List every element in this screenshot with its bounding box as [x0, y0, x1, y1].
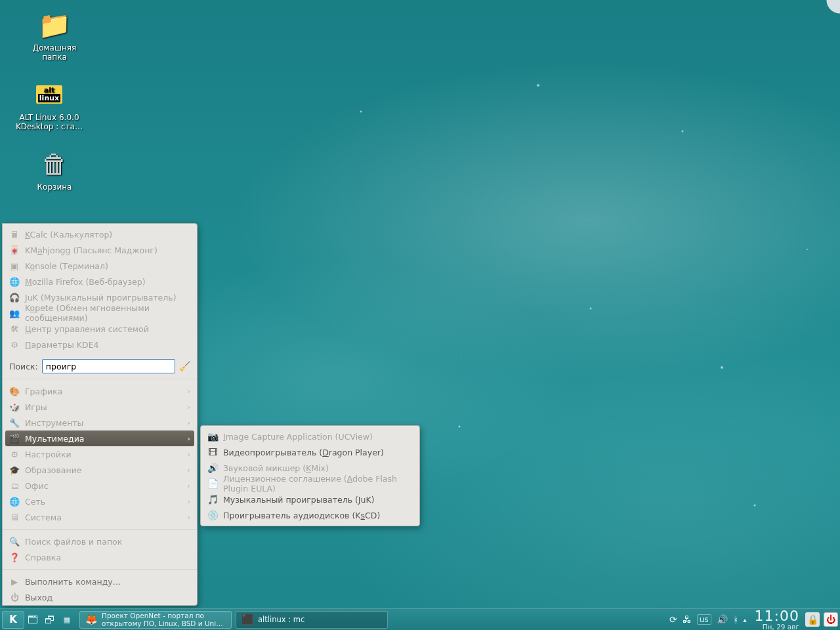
task-app-icon: 🦊	[85, 614, 98, 625]
chevron-right-icon: ›	[188, 482, 190, 490]
submenu-item-label: Звуковой микшер (KMix)	[223, 463, 329, 473]
quicklaunch-pager[interactable]: ▦	[58, 616, 75, 624]
desktop-icon-home-folder[interactable]: 📁Домашняя папка	[18, 9, 91, 62]
menu-item-label: Поиск файлов и папок	[25, 537, 122, 547]
menu-item-label: Mozilla Firefox (Веб-браузер)	[25, 277, 146, 287]
network-icon[interactable]: 🖧	[682, 614, 692, 625]
menu-item-label: Центр управления системой	[25, 324, 149, 334]
app-icon: 🎧	[9, 293, 20, 303]
menu-favorite-item[interactable]: ▣Konsole (Терминал)	[3, 258, 197, 274]
menu-item-label: Мультимедиа	[25, 434, 85, 444]
category-icon: 🗂	[9, 481, 20, 491]
category-icon: 🎬	[9, 434, 20, 444]
menu-category-Офис[interactable]: 🗂Офис›	[3, 478, 197, 494]
action-icon: 🔍	[9, 537, 20, 547]
kickoff-button[interactable]: K	[2, 611, 24, 629]
chevron-right-icon: ›	[188, 403, 190, 411]
menu-category-Графика[interactable]: 🎨Графика›	[3, 383, 197, 399]
category-icon: 🎨	[9, 387, 20, 396]
task-title: Проект OpenNet - портал пооткрытому ПО, …	[102, 612, 223, 627]
taskbar-task[interactable]: ⬛altlinux : mc	[236, 611, 388, 629]
desktop-icon-alt-linux[interactable]: altlinuxALT Linux 6.0.0 KDesktop : ста…	[13, 79, 85, 131]
quicklaunch-desktop-icon[interactable]: 🗗	[41, 614, 58, 626]
menu-action-item[interactable]: 🔍Поиск файлов и папок	[3, 534, 197, 549]
menu-favorite-item[interactable]: 🌐Mozilla Firefox (Веб-браузер)	[3, 274, 197, 289]
menu-favorite-item[interactable]: ⚙Параметры KDE4	[3, 337, 197, 352]
desktop-icon-label: Корзина	[18, 182, 91, 192]
search-row: Поиск: 🧹	[3, 355, 197, 377]
app-icon: 🛠	[9, 324, 20, 334]
menu-category-Образование[interactable]: 🎓Образование›	[3, 462, 197, 478]
submenu-item-label: Проигрыватель аудиодисков (KsCD)	[223, 511, 380, 520]
menu-item-label: JuK (Музыкальный проигрыватель)	[25, 293, 177, 303]
trash-icon: 🗑	[39, 148, 70, 180]
updates-icon[interactable]: ⟳	[669, 614, 677, 625]
submenu-item-label: Лицензионное соглашение (Adobe Flash Plu…	[223, 474, 413, 494]
shutdown-button[interactable]: ⏻	[824, 612, 838, 627]
app-icon: 🖩	[9, 230, 20, 240]
menu-item-label: KMahjongg (Пасьянс Маджонг)	[25, 245, 158, 255]
desktop-icon-trash[interactable]: 🗑Корзина	[18, 148, 91, 192]
system-tray: ⟳ 🖧 us 🔊 ᚼ ▴	[665, 614, 751, 625]
menu-favorite-item[interactable]: 🛠Центр управления системой	[3, 321, 197, 337]
menu-favorite-item[interactable]: 👥Kopete (Обмен мгновенными сообщениями)	[3, 305, 197, 321]
app-icon: ▣	[9, 261, 20, 271]
task-title: altlinux : mc	[258, 615, 304, 624]
menu-category-Мультимедиа[interactable]: 🎬Мультимедиа›	[5, 430, 194, 446]
menu-item-label: Офис	[25, 481, 49, 491]
search-input[interactable]	[42, 359, 175, 373]
clock[interactable]: 11:00 Пн, 29 авг	[751, 609, 803, 630]
category-icon: 🌐	[9, 497, 20, 507]
menu-favorite-item[interactable]: 🖩KCalc (Калькулятор)	[3, 226, 197, 242]
menu-action-item[interactable]: ⏻Выход	[3, 589, 197, 605]
tray-expand-icon[interactable]: ▴	[744, 616, 747, 623]
submenu-item[interactable]: 📷Image Capture Application (UCView)	[201, 429, 419, 444]
app-icon: 👥	[9, 308, 20, 318]
clock-time: 11:00	[755, 609, 799, 623]
alt-linux-icon: altlinux	[33, 79, 65, 110]
menu-item-label: Система	[25, 513, 62, 522]
clock-date: Пн, 29 авг	[755, 623, 799, 630]
lock-screen-button[interactable]: 🔒	[805, 612, 820, 627]
menu-action-item[interactable]: ▶Выполнить команду…	[3, 574, 197, 589]
menu-item-label: KCalc (Калькулятор)	[25, 230, 112, 240]
menu-item-label: Инструменты	[25, 418, 83, 428]
submenu-item[interactable]: 💿Проигрыватель аудиодисков (KsCD)	[201, 507, 419, 523]
menu-item-label: Игры	[25, 402, 47, 412]
folder-icon: 📁	[39, 9, 70, 41]
application-launcher-menu: 🖩KCalc (Калькулятор)🀄KMahjongg (Пасьянс …	[2, 223, 198, 606]
desktop-icon-label: Домашняя папка	[18, 43, 91, 62]
quicklaunch-filemanager-icon[interactable]: 🗔	[24, 614, 41, 626]
chevron-right-icon: ›	[188, 513, 190, 522]
desktop-icon-label: ALT Linux 6.0.0 KDesktop : ста…	[13, 113, 85, 131]
menu-category-Сеть[interactable]: 🌐Сеть›	[3, 494, 197, 509]
submenu-item[interactable]: 📄Лицензионное соглашение (Adobe Flash Pl…	[201, 476, 419, 492]
keyboard-layout-indicator[interactable]: us	[697, 614, 711, 625]
chevron-right-icon: ›	[188, 466, 190, 474]
menu-item-label: Kopete (Обмен мгновенными сообщениями)	[25, 303, 190, 323]
category-icon: 🔧	[9, 418, 20, 428]
chevron-right-icon: ›	[188, 497, 190, 506]
menu-category-Настройки[interactable]: ⚙Настройки›	[3, 446, 197, 462]
menu-category-Система[interactable]: 🖥Система›	[3, 509, 197, 525]
clear-search-icon[interactable]: 🧹	[179, 361, 190, 371]
menu-item-label: Графика	[25, 387, 62, 396]
submenu-item-label: Видеопроигрыватель (Dragon Player)	[223, 448, 384, 457]
bluetooth-icon[interactable]: ᚼ	[733, 614, 738, 625]
task-app-icon: ⬛	[242, 614, 254, 625]
menu-category-Игры[interactable]: 🎲Игры›	[3, 399, 197, 415]
menu-category-Инструменты[interactable]: 🔧Инструменты›	[3, 415, 197, 430]
submenu-item[interactable]: 🎞Видеопроигрыватель (Dragon Player)	[201, 444, 419, 460]
app-icon: 🀄	[9, 245, 20, 255]
app-icon: 🔊	[207, 463, 218, 473]
taskbar-task[interactable]: 🦊Проект OpenNet - портал пооткрытому ПО,…	[79, 611, 232, 629]
category-icon: ⚙	[9, 450, 20, 459]
menu-action-item[interactable]: ❓Справка	[3, 549, 197, 565]
submenu-item[interactable]: 🎵Музыкальный проигрыватель (JuK)	[201, 492, 419, 507]
menu-favorite-item[interactable]: 🀄KMahjongg (Пасьянс Маджонг)	[3, 242, 197, 258]
app-icon: 🎞	[207, 447, 218, 457]
chevron-right-icon: ›	[188, 434, 190, 443]
app-icon: ⚙	[9, 340, 20, 350]
app-icon: 🎵	[207, 494, 218, 505]
volume-icon[interactable]: 🔊	[717, 614, 728, 625]
